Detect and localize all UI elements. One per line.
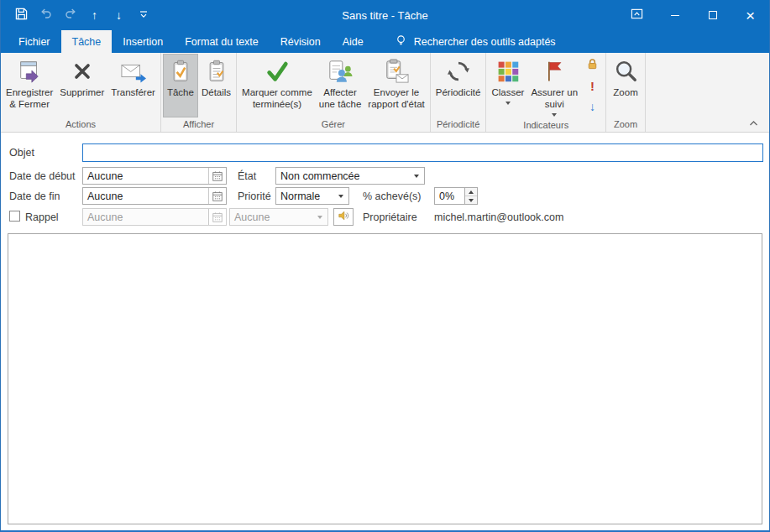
due-date-label: Date de fin [9, 190, 60, 202]
high-importance-icon: ! [590, 79, 595, 93]
percent-complete-label: % achevé(s) [363, 190, 421, 202]
priority-label: Priorité [238, 190, 271, 202]
send-status-report-label: Envoyer le rapport d'état [368, 87, 424, 111]
tab-aide[interactable]: Aide [332, 30, 375, 53]
task-form: Objet Date de début Aucune État Non comm… [1, 133, 769, 530]
reminder-date-field[interactable]: Aucune [82, 208, 227, 226]
mark-complete-label: Marquer comme terminée(s) [242, 87, 312, 111]
save-button[interactable] [9, 3, 34, 27]
up-arrow-icon: ↑ [92, 9, 97, 21]
send-status-report-button[interactable]: Envoyer le rapport d'état [364, 54, 427, 117]
mark-complete-button[interactable]: Marquer comme terminée(s) [238, 54, 316, 117]
delete-button[interactable]: Supprimer [56, 54, 107, 117]
spinner-down-icon [469, 199, 474, 202]
recurrence-button[interactable]: Périodicité [432, 54, 485, 117]
reminder-checkbox[interactable] [9, 211, 20, 222]
ribbon-group-indicateurs: Classer Assurer un suivi [486, 53, 606, 132]
high-importance-button[interactable]: ! [583, 76, 602, 96]
owner-value: michel.martin@outlook.com [434, 211, 563, 223]
reminder-date-value: Aucune [83, 209, 208, 225]
ribbon-display-options-button[interactable] [618, 0, 656, 30]
reminder-date-picker-button[interactable] [208, 209, 226, 225]
tab-tache[interactable]: Tâche [61, 30, 113, 53]
reminder-label: Rappel [25, 211, 59, 223]
percent-complete-value: 0% [435, 188, 464, 204]
minimize-button[interactable] [656, 0, 694, 30]
forward-button[interactable]: Transférer [107, 54, 159, 117]
low-importance-icon: ↓ [589, 100, 595, 113]
lightbulb-icon [395, 34, 407, 50]
save-close-icon [15, 58, 44, 85]
close-button[interactable]: × [731, 0, 769, 30]
group-caption-indicateurs: Indicateurs [488, 118, 604, 132]
collapse-ribbon-button[interactable] [744, 116, 762, 129]
status-label: État [238, 170, 256, 182]
tab-insertion[interactable]: Insertion [112, 30, 174, 53]
status-report-icon [382, 58, 411, 85]
redo-button[interactable] [58, 3, 82, 27]
due-date-field[interactable]: Aucune [82, 187, 227, 205]
private-button[interactable] [583, 56, 602, 76]
save-close-label: Enregistrer & Fermer [6, 87, 53, 111]
reminder-sound-button[interactable] [333, 208, 354, 226]
priority-dropdown[interactable]: Normale [275, 187, 349, 205]
calendar-icon [212, 170, 223, 182]
assign-task-button[interactable]: Affecter une tâche [316, 54, 365, 117]
details-view-button[interactable]: Détails [198, 54, 234, 117]
ribbon-group-periodicite: Périodicité Périodicité [431, 53, 487, 132]
low-importance-button[interactable]: ↓ [583, 96, 602, 116]
spinner-up-button[interactable] [465, 188, 477, 196]
recurrence-label: Périodicité [436, 87, 481, 99]
delete-x-icon [68, 58, 97, 85]
spinner-down-button[interactable] [465, 196, 477, 204]
speaker-icon [338, 210, 349, 224]
task-notes-area[interactable] [8, 233, 762, 524]
tell-me-search[interactable]: Rechercher des outils adaptés [395, 30, 556, 53]
save-close-button[interactable]: Enregistrer & Fermer [3, 54, 56, 117]
tab-format-du-texte[interactable]: Format du texte [174, 30, 270, 53]
priority-dropdown-arrow-icon [333, 188, 348, 204]
zoom-button[interactable]: Zoom [608, 54, 643, 117]
chevron-up-icon [749, 115, 758, 130]
due-date-value: Aucune [83, 188, 208, 204]
group-caption-periodicite: Périodicité [432, 117, 485, 132]
start-date-picker-button[interactable] [208, 168, 226, 184]
title-bar: ↑ ↓ Sans titre - Tâche [1, 0, 769, 30]
subject-input[interactable] [82, 143, 763, 162]
reminder-time-value: Aucune [230, 209, 312, 225]
ribbon: Enregistrer & Fermer Supprimer Transfére… [1, 53, 769, 133]
maximize-icon [709, 11, 717, 19]
categorize-dropdown-icon [505, 102, 511, 105]
reminder-time-dropdown-arrow-icon [312, 209, 327, 225]
due-date-picker-button[interactable] [208, 188, 226, 204]
save-icon [15, 8, 28, 23]
tab-fichier[interactable]: Fichier [8, 30, 61, 53]
reminder-time-dropdown[interactable]: Aucune [229, 208, 328, 226]
tab-revision[interactable]: Révision [270, 30, 332, 53]
customize-quick-access-button[interactable] [131, 3, 155, 27]
ribbon-group-zoom: Zoom Zoom [606, 53, 646, 132]
next-item-button[interactable]: ↓ [107, 3, 131, 27]
start-date-field[interactable]: Aucune [82, 167, 227, 185]
green-check-icon [263, 58, 291, 85]
task-view-button[interactable]: Tâche [163, 54, 198, 117]
follow-up-button[interactable]: Assurer un suivi [527, 54, 581, 118]
details-view-label: Détails [202, 87, 231, 99]
calendar-icon [212, 211, 223, 223]
undo-button[interactable] [34, 3, 58, 27]
group-caption-gerer: Gérer [238, 117, 428, 132]
categorize-label: Classer [491, 87, 524, 99]
categorize-button[interactable]: Classer [488, 54, 527, 118]
assign-task-icon [326, 58, 354, 85]
status-dropdown[interactable]: Non commencée [275, 167, 425, 185]
owner-label: Propriétaire [363, 211, 417, 223]
ribbon-display-options-icon [631, 8, 643, 23]
percent-complete-spinner[interactable]: 0% [434, 187, 478, 205]
ribbon-group-actions: Enregistrer & Fermer Supprimer Transfére… [1, 53, 161, 132]
minimize-icon [671, 15, 679, 16]
priority-value: Normale [276, 188, 333, 204]
follow-up-dropdown-icon [552, 113, 557, 117]
previous-item-button[interactable]: ↑ [82, 3, 107, 27]
maximize-button[interactable] [694, 0, 731, 30]
importance-buttons: ! ↓ [581, 54, 604, 118]
